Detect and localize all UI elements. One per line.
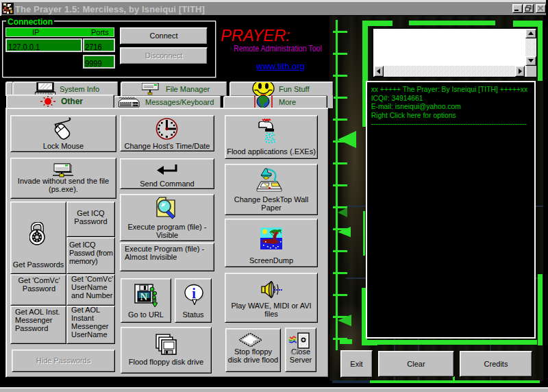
svg-text:N: N — [140, 291, 148, 302]
svg-text:i: i — [192, 286, 196, 301]
